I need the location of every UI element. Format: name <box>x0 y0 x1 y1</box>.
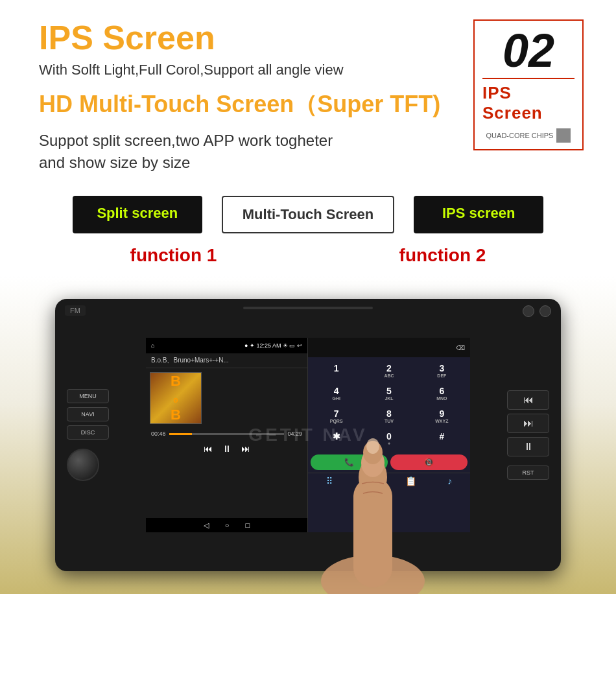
status-icons: ● ✦ 12:25 AM ☀ ▭ ↩ <box>244 342 302 349</box>
badge-divider <box>482 78 575 79</box>
key-4[interactable]: 4GHI <box>311 383 362 404</box>
progress-track[interactable] <box>169 433 285 435</box>
backspace-icon[interactable]: ⌫ <box>456 344 465 351</box>
key-6[interactable]: 6MNO <box>416 383 468 404</box>
back-icon[interactable]: ◁ <box>204 521 209 530</box>
volume-knob[interactable] <box>67 449 99 481</box>
key-2[interactable]: 2ABC <box>363 360 414 381</box>
key-1[interactable]: 1 <box>311 360 362 381</box>
key-3[interactable]: 3DEF <box>416 360 468 381</box>
prev-button[interactable]: ⏮ <box>204 443 213 454</box>
fm-label: FM <box>65 305 86 316</box>
power-button[interactable] <box>539 305 551 317</box>
disc-slot <box>243 307 373 309</box>
home-icon: ⌂ <box>151 342 154 349</box>
buttons-row: Split screen Multi-Touch Screen IPS scre… <box>0 196 616 233</box>
support-text: Suppot split screen,two APP work toghete… <box>39 130 460 173</box>
menu-button[interactable]: MENU <box>67 389 109 403</box>
badge-ips-label: IPS Screen <box>482 83 575 123</box>
left-buttons: MENU NAVI DISC <box>67 389 109 481</box>
split-screen-button[interactable]: Split screen <box>73 196 202 233</box>
function-row: function 1 function 2 <box>0 240 616 271</box>
music-album: BoB <box>150 372 303 424</box>
function2-label: function 2 <box>399 245 486 266</box>
play-pause-button[interactable]: ⏸ <box>222 443 231 454</box>
music-info: B.o.B、Bruno+Mars+-+N... <box>146 353 307 368</box>
phone-header: ⌫ <box>308 338 470 357</box>
multi-touch-button[interactable]: Multi-Touch Screen <box>222 196 395 233</box>
progress-fill <box>169 433 193 435</box>
music-controls: ⏮ ⏸ ⏭ <box>146 440 307 458</box>
status-bar-left: ⌂ ● ✦ 12:25 AM ☀ ▭ ↩ <box>146 338 307 353</box>
play-pause-side-button[interactable]: ⏸ <box>507 437 549 456</box>
music-screen: ⌂ ● ✦ 12:25 AM ☀ ▭ ↩ B.o.B、Bruno+Mars+-+… <box>146 338 308 532</box>
hd-touch-title: HD Multi-Touch Screen（Super TFT) <box>39 89 460 121</box>
android-nav-left: ◁ ○ □ <box>146 518 307 532</box>
badge-number: 02 <box>503 27 554 74</box>
eject-button[interactable] <box>523 305 534 317</box>
top-right-controls <box>523 305 551 317</box>
chip-icon <box>556 128 571 143</box>
ips-screen-button[interactable]: IPS screen <box>414 196 543 233</box>
disc-button[interactable]: DISC <box>67 425 109 440</box>
badge-quad-chips: QUAD-CORE CHIPS <box>486 128 571 143</box>
function1-label: function 1 <box>130 245 217 266</box>
skip-forward-button[interactable]: ⏭ <box>507 414 549 433</box>
badge-box: 02 IPS Screen QUAD-CORE CHIPS <box>473 19 584 150</box>
key-5[interactable]: 5JKL <box>363 383 414 404</box>
navi-button[interactable]: NAVI <box>67 407 109 421</box>
right-buttons: ⏮ ⏭ ⏸ RST <box>507 390 549 480</box>
progress-bar-area: 00:46 04:29 <box>146 428 307 440</box>
hand-overlay <box>292 412 454 594</box>
svg-point-5 <box>366 438 379 454</box>
rst-button[interactable]: RST <box>507 466 549 480</box>
album-art: BoB <box>150 372 202 424</box>
time-current: 00:46 <box>151 430 166 437</box>
next-button[interactable]: ⏭ <box>241 443 250 454</box>
subtitle: With Solft Light,Full Corol,Support all … <box>39 62 460 78</box>
ips-title: IPS Screen <box>39 19 460 56</box>
skip-back-button[interactable]: ⏮ <box>507 390 549 410</box>
car-unit-section: FM MENU NAVI DISC ⌂ ● ✦ 12:25 AM ☀ ▭ ↩ B… <box>0 276 616 594</box>
home-nav-icon[interactable]: ○ <box>225 521 230 529</box>
recents-icon[interactable]: □ <box>246 521 250 529</box>
left-text: IPS Screen With Solft Light,Full Corol,S… <box>39 19 460 173</box>
top-section: IPS Screen With Solft Light,Full Corol,S… <box>0 0 616 186</box>
